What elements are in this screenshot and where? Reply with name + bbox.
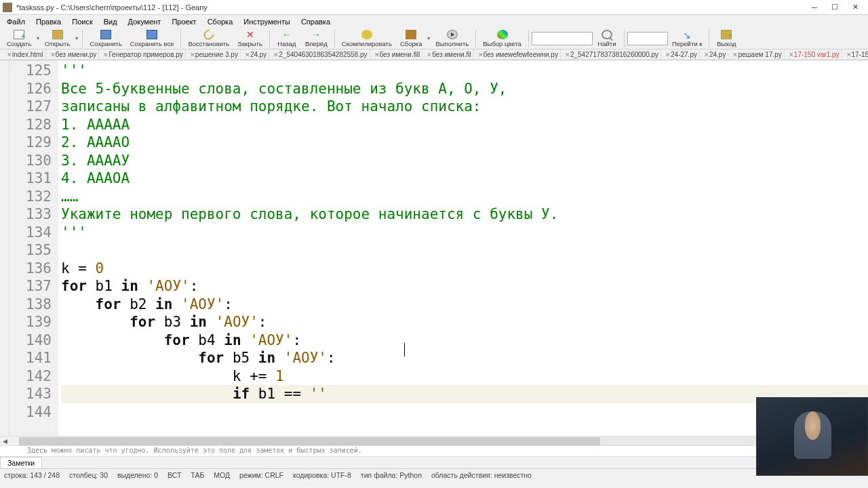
app-icon: [3, 3, 12, 12]
close-button[interactable]: ✕: [845, 1, 865, 14]
status-ins: ВСТ: [167, 471, 181, 479]
notes-tabbar: Заметки: [0, 456, 868, 468]
forward-button[interactable]: →Вперёд: [301, 30, 332, 47]
search-input[interactable]: [532, 32, 593, 45]
tab-close-icon[interactable]: ✕: [846, 52, 852, 58]
find-button[interactable]: Найти: [593, 30, 621, 47]
tab-file[interactable]: ✕ 17-150 va.py: [842, 49, 868, 60]
status-ft: тип файла: Python: [361, 471, 422, 479]
back-button[interactable]: ←Назад: [273, 30, 301, 47]
menu-Сборка[interactable]: Сборка: [203, 16, 237, 27]
titlebar: *tasksss.py - C:\Users\chern\проекты\112…: [0, 0, 868, 15]
status-scope: область действия: неизвестно: [431, 471, 532, 479]
tab-close-icon[interactable]: ✕: [273, 52, 279, 58]
line-gutter: 1251261271281291301311321331341351361371…: [9, 60, 58, 436]
tab-file[interactable]: ✕ без имени.py: [46, 49, 100, 60]
build-button[interactable]: Сборка: [396, 30, 427, 47]
window-title: *tasksss.py - C:\Users\chern\проекты\112…: [16, 3, 804, 12]
scribble-area[interactable]: Здесь можно писать что угодно. Используй…: [0, 445, 868, 456]
menu-Файл[interactable]: Файл: [3, 16, 29, 27]
build-dropdown[interactable]: ▾: [426, 34, 431, 43]
saveall-button[interactable]: Сохранить все: [126, 30, 178, 47]
tab-close-icon[interactable]: ✕: [427, 52, 432, 58]
tab-close-icon[interactable]: ✕: [7, 52, 12, 58]
open-dropdown[interactable]: ▾: [74, 34, 79, 43]
open-button[interactable]: Открыть: [41, 30, 74, 47]
status-enc: кодировка: UTF-8: [293, 471, 351, 479]
editor[interactable]: 1251261271281291301311321331341351361371…: [0, 60, 868, 436]
menu-Поиск[interactable]: Поиск: [68, 16, 96, 27]
tab-file[interactable]: ✕ без имени.fill: [370, 49, 423, 60]
tab-file[interactable]: ✕ Генератор примеров.py: [99, 49, 185, 60]
menu-Инструменты[interactable]: Инструменты: [239, 16, 294, 27]
tab-file[interactable]: ✕ 24.py: [241, 49, 269, 60]
status-mode: режим: CRLF: [239, 471, 283, 479]
new-dropdown[interactable]: ▾: [35, 34, 41, 43]
menu-Документ[interactable]: Документ: [124, 16, 165, 27]
tabbar: ✕ index.html✕ без имени.py✕ Генератор пр…: [0, 49, 868, 60]
toolbar: Создать ▾ Открыть ▾ Сохранить Сохранить …: [0, 28, 868, 49]
menu-Справка[interactable]: Справка: [297, 16, 334, 27]
statusbar: строка: 143 / 248 столбец: 30 выделено: …: [0, 468, 868, 481]
tab-file[interactable]: ✕ 17-150 var1.py: [785, 49, 842, 60]
code-area[interactable]: '''Все 5-буквенные слова, составленные и…: [58, 60, 868, 436]
fold-margin[interactable]: [0, 60, 9, 436]
tab-close-icon[interactable]: ✕: [565, 52, 570, 58]
tab-close-icon[interactable]: ✕: [50, 52, 56, 58]
tab-close-icon[interactable]: ✕: [103, 52, 108, 58]
tab-file[interactable]: ✕ решение 3.py: [186, 49, 241, 60]
status-sel: выделено: 0: [117, 471, 158, 479]
quit-button[interactable]: Выход: [712, 30, 741, 47]
tab-file[interactable]: ✕ 24-27.py: [661, 49, 700, 60]
tab-close-icon[interactable]: ✕: [665, 52, 671, 58]
webcam-overlay: [756, 397, 868, 476]
menubar: ФайлПравкаПоискВидДокументПроектСборкаИн…: [0, 15, 868, 28]
color-button[interactable]: Выбор цвета: [479, 30, 526, 47]
tab-file[interactable]: ✕ index.html: [3, 49, 46, 60]
tab-file[interactable]: ✕ решаем 17.py: [728, 49, 784, 60]
save-button[interactable]: Сохранить: [85, 30, 125, 47]
status-col: столбец: 30: [69, 471, 108, 479]
tab-file[interactable]: ✕ без имеwefewfeewни.py: [474, 49, 561, 60]
goto-button[interactable]: ↘Перейти к: [668, 30, 706, 47]
tab-close-icon[interactable]: ✕: [704, 52, 709, 58]
maximize-button[interactable]: ☐: [825, 1, 845, 14]
tab-file[interactable]: ✕ 24.py: [700, 49, 728, 60]
tab-file[interactable]: ✕ 2_5404630186354282558.py: [269, 49, 370, 60]
tab-close-icon[interactable]: ✕: [478, 52, 484, 58]
h-scrollbar[interactable]: ◀▶: [0, 436, 868, 445]
tab-close-icon[interactable]: ✕: [732, 52, 738, 58]
minimize-button[interactable]: ─: [804, 1, 825, 14]
run-button[interactable]: Выполнить: [431, 30, 473, 47]
tab-file[interactable]: ✕ 2_5427178373816260000.py: [561, 49, 661, 60]
new-button[interactable]: Создать: [3, 30, 35, 47]
tab-file[interactable]: ✕ без имени.fil: [422, 49, 473, 60]
undo-button[interactable]: Восстановить: [184, 30, 233, 47]
menu-Правка[interactable]: Правка: [32, 16, 65, 27]
status-tab: ТАБ: [191, 471, 204, 479]
closefile-button[interactable]: ✕Закрыть: [233, 30, 267, 47]
notes-tab[interactable]: Заметки: [0, 457, 42, 468]
status-mod: МОД: [214, 471, 230, 479]
tab-close-icon[interactable]: ✕: [789, 52, 794, 58]
tab-close-icon[interactable]: ✕: [374, 52, 380, 58]
goto-input[interactable]: [627, 32, 668, 45]
menu-Вид[interactable]: Вид: [100, 16, 121, 27]
tab-close-icon[interactable]: ✕: [245, 52, 250, 58]
menu-Проект[interactable]: Проект: [167, 16, 200, 27]
status-pos: строка: 143 / 248: [4, 471, 60, 479]
compile-button[interactable]: Скомпилировать: [338, 30, 396, 47]
tab-close-icon[interactable]: ✕: [190, 52, 195, 58]
